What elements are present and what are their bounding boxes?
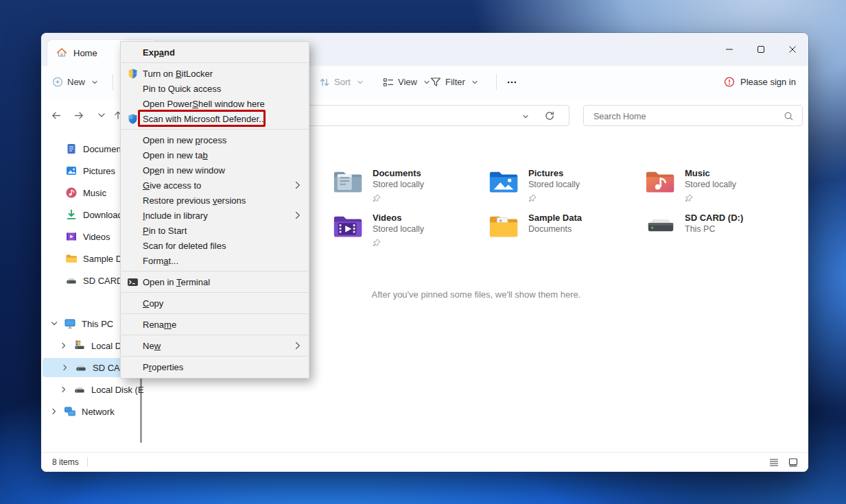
sidebar-item-label: Pictures (83, 166, 115, 176)
sidebar-item-local-disk-e-[interactable]: Local Disk (E:) (41, 380, 144, 399)
tile-videos[interactable]: VideosStored locally (333, 213, 484, 245)
sidebar-item-label: Network (82, 407, 115, 417)
chevron-down-icon (89, 77, 100, 88)
details-view-button[interactable] (768, 457, 779, 468)
sidebar-item-network[interactable]: Network (41, 402, 144, 421)
new-button[interactable]: New (52, 66, 100, 98)
chevron-right-icon[interactable] (49, 407, 59, 416)
menu-item[interactable]: New (121, 338, 309, 353)
minimize-button[interactable] (714, 33, 745, 65)
items-count: 8 items (52, 457, 79, 467)
chevron-right-icon[interactable] (60, 363, 70, 372)
tile-name: Videos (373, 213, 424, 224)
tile-subtitle: Stored locally (528, 179, 580, 191)
view-button[interactable]: View (383, 66, 432, 98)
tile-subtitle: Documents (528, 224, 582, 235)
filter-button[interactable]: Filter (430, 66, 480, 98)
forward-button[interactable] (73, 110, 84, 121)
close-button[interactable] (777, 33, 808, 65)
sort-button[interactable]: Sort (319, 66, 366, 98)
menu-item[interactable]: Open in new process (121, 132, 309, 147)
tile-pictures[interactable]: PicturesStored locally (489, 168, 639, 201)
chevron-right-icon[interactable] (59, 341, 69, 350)
sign-in-label: Please sign in (740, 77, 796, 87)
menu-item-label: Properties (143, 362, 303, 372)
desktop-wallpaper: Home New Sort View (0, 0, 846, 504)
chevron-right-icon (295, 211, 301, 219)
menu-item[interactable]: Open in new tab (121, 147, 309, 163)
refresh-icon[interactable] (544, 110, 555, 121)
address-dropdown-icon[interactable] (520, 111, 531, 122)
menu-item[interactable]: Expand (121, 45, 309, 60)
menu-item-label: Turn on BitLocker (143, 69, 303, 79)
sort-button-label: Sort (334, 77, 351, 87)
tab-home-label: Home (73, 48, 97, 58)
search-input[interactable] (592, 106, 773, 126)
menu-item[interactable]: Restore previous versions (121, 193, 309, 208)
menu-item-label: Pin to Start (143, 226, 303, 236)
tile-subtitle: Stored locally (373, 179, 424, 191)
menu-item-label: Expand (143, 47, 303, 58)
tile-name: Sample Data (528, 213, 582, 224)
sidebar-item-label: Music (83, 188, 106, 198)
tile-documents[interactable]: DocumentsStored locally (333, 168, 484, 201)
chevron-right-icon (295, 341, 301, 350)
toolbar-separator (496, 74, 497, 90)
tile-sample-data[interactable]: Sample DataDocuments (489, 213, 639, 243)
defender-icon (127, 113, 143, 125)
pin-icon (685, 193, 736, 201)
maximize-icon (755, 44, 766, 55)
sign-in-button[interactable]: Please sign in (724, 66, 796, 98)
drive-icon (73, 383, 86, 396)
more-options-button[interactable] (506, 66, 517, 98)
tile-text: SD CARD (D:)This PC (685, 213, 743, 243)
tile-subtitle: This PC (685, 224, 743, 235)
large-thumbnails-view-button[interactable] (788, 457, 799, 468)
close-icon (787, 44, 798, 55)
menu-item[interactable]: Properties (121, 359, 309, 374)
pictures-icon (65, 165, 78, 177)
sidebar-item-label: Local Disk (E:) (91, 385, 144, 395)
menu-item[interactable]: Open PowerShell window here (121, 96, 309, 111)
chevron-down-icon[interactable] (49, 320, 59, 328)
status-separator (87, 457, 88, 467)
maximize-button[interactable] (745, 33, 777, 65)
menu-item[interactable]: Give access to (121, 178, 309, 193)
menu-item[interactable]: Pin to Start (121, 223, 309, 238)
menu-item[interactable]: Open in new window (121, 163, 309, 178)
menu-item[interactable]: Rename (121, 317, 309, 332)
menu-item[interactable]: Pin to Quick access (121, 81, 309, 96)
menu-item[interactable]: Turn on BitLocker (121, 66, 309, 81)
menu-item-label: Pin to Quick access (143, 84, 303, 94)
menu-separator (121, 356, 308, 357)
tile-text: VideosStored locally (373, 213, 424, 245)
tile-music[interactable]: MusicStored locally (645, 168, 796, 201)
folder-icon (65, 252, 78, 265)
menu-item-label: Open PowerShell window here (143, 99, 303, 109)
menu-separator (121, 62, 308, 63)
back-button[interactable] (51, 110, 62, 121)
alert-circle-icon (724, 77, 735, 88)
ellipsis-icon (506, 77, 517, 88)
downloads-icon (65, 208, 78, 221)
menu-item[interactable]: Scan for deleted files (121, 238, 309, 253)
status-bar: 8 items (41, 452, 808, 472)
search-icon (783, 110, 794, 121)
menu-item[interactable]: Open in Terminal (121, 274, 309, 289)
menu-item[interactable]: Include in library (121, 208, 309, 223)
context-menu: ExpandTurn on BitLockerPin to Quick acce… (120, 41, 309, 379)
tile-text: Sample DataDocuments (528, 213, 582, 243)
recent-locations-button[interactable] (96, 110, 107, 121)
tile-sd-card-d-[interactable]: SD CARD (D:)This PC (645, 213, 796, 243)
menu-item[interactable]: Format... (121, 253, 309, 268)
menu-separator (121, 313, 308, 314)
documents-icon (65, 143, 78, 155)
music-icon (65, 187, 78, 199)
menu-item[interactable]: Scan with Microsoft Defender... (121, 111, 309, 126)
menu-item-label: Open in Terminal (143, 277, 303, 287)
menu-item[interactable]: Copy (121, 296, 309, 311)
chevron-down-icon (469, 77, 480, 88)
chevron-right-icon (295, 181, 301, 189)
menu-item-label: Open in new tab (143, 150, 303, 160)
chevron-right-icon[interactable] (59, 385, 69, 394)
